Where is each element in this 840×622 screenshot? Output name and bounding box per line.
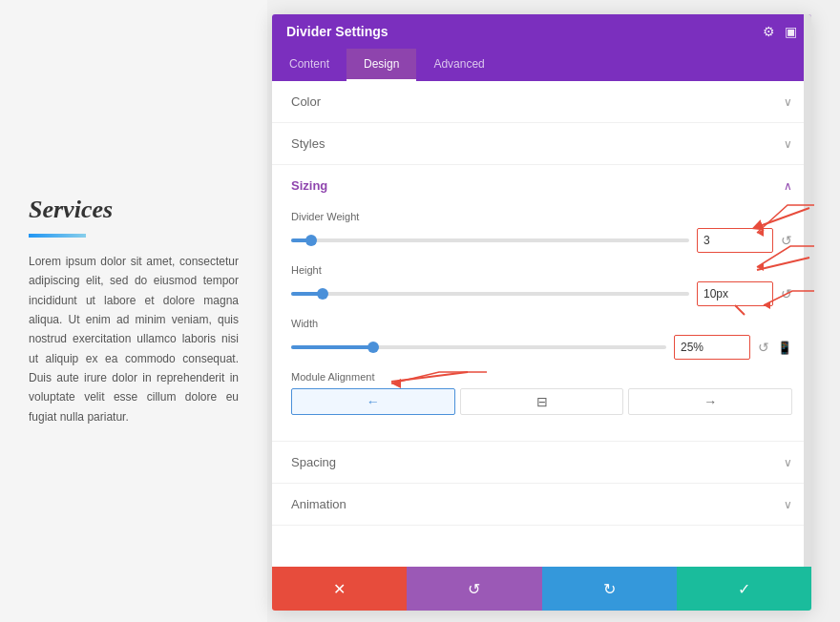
panel-title: Divider Settings [286, 24, 388, 39]
section-animation-label: Animation [291, 497, 346, 511]
section-sizing-label: Sizing [291, 178, 327, 193]
section-color-label: Color [291, 94, 321, 109]
services-body-text: Lorem ipsum dolor sit amet, consectetur … [29, 252, 239, 427]
services-title: Services [29, 196, 239, 224]
services-divider [29, 234, 86, 238]
width-slider[interactable] [291, 345, 666, 349]
panel-footer: ✕ ↺ ↻ ✓ [272, 567, 811, 611]
section-styles-label: Styles [291, 136, 325, 151]
width-device-icon[interactable]: 📱 [777, 341, 792, 355]
height-reset[interactable]: ↺ [781, 287, 792, 301]
align-left-button[interactable]: ← [291, 388, 455, 415]
section-spacing-header[interactable]: Spacing ∨ [272, 442, 811, 483]
section-color: Color ∨ [272, 81, 811, 123]
section-styles-header[interactable]: Styles ∨ [272, 123, 811, 164]
redo-button[interactable]: ↻ [542, 567, 677, 611]
field-height-label: Height [291, 264, 792, 276]
align-right-button[interactable]: → [628, 388, 792, 415]
field-width: Width ↺ 📱 [291, 318, 792, 360]
section-styles: Styles ∨ [272, 123, 811, 165]
divider-weight-input[interactable] [697, 228, 773, 253]
section-sizing-content: Divider Weight ↺ Height [272, 206, 811, 441]
alignment-buttons: ← ⊟ → [291, 388, 792, 415]
field-divider-weight-controls: ↺ [291, 228, 792, 253]
width-input[interactable] [674, 335, 750, 360]
cancel-button[interactable]: ✕ [272, 567, 407, 611]
section-sizing: Sizing ∧ Divider Weight ↺ [272, 165, 811, 442]
panel-scrollbar[interactable] [804, 14, 811, 567]
field-width-label: Width [291, 318, 792, 329]
field-divider-weight-label: Divider Weight [291, 211, 792, 222]
expand-icon[interactable]: ▣ [785, 24, 797, 39]
section-animation-header[interactable]: Animation ∨ [272, 484, 811, 525]
save-button[interactable]: ✓ [677, 567, 811, 611]
section-color-chevron: ∨ [784, 95, 792, 109]
field-module-alignment-controls: ← ⊟ → [291, 388, 792, 415]
section-spacing: Spacing ∨ [272, 442, 811, 484]
height-slider[interactable] [291, 292, 689, 296]
section-spacing-label: Spacing [291, 455, 336, 469]
section-spacing-chevron: ∨ [784, 456, 792, 469]
panel-body: Color ∨ Styles ∨ Sizing ∧ Divider Weight [272, 81, 811, 567]
field-height: Height ↺ [291, 264, 792, 306]
field-width-controls: ↺ 📱 [291, 335, 792, 360]
field-height-controls: ↺ [291, 281, 792, 306]
panel-header-icons: ⚙ ▣ [763, 24, 797, 39]
panel-tabs: Content Design Advanced [272, 49, 811, 81]
settings-icon[interactable]: ⚙ [763, 24, 775, 39]
section-sizing-chevron: ∧ [784, 179, 792, 193]
divider-settings-panel: Divider Settings ⚙ ▣ Content Design Adva… [272, 14, 811, 611]
panel-header: Divider Settings ⚙ ▣ [272, 14, 811, 49]
section-animation-chevron: ∨ [784, 498, 792, 511]
divider-weight-slider[interactable] [291, 238, 689, 242]
section-sizing-header[interactable]: Sizing ∧ [272, 165, 811, 206]
section-color-header[interactable]: Color ∨ [272, 81, 811, 122]
height-input[interactable] [697, 281, 773, 306]
section-animation: Animation ∨ [272, 484, 811, 526]
tab-content[interactable]: Content [272, 49, 346, 81]
width-reset[interactable]: ↺ [758, 341, 769, 354]
tab-design[interactable]: Design [346, 49, 416, 81]
section-styles-chevron: ∨ [784, 137, 792, 151]
align-center-button[interactable]: ⊟ [460, 388, 624, 415]
field-divider-weight: Divider Weight ↺ [291, 211, 792, 253]
undo-button[interactable]: ↺ [407, 567, 541, 611]
left-content-area: Services Lorem ipsum dolor sit amet, con… [0, 0, 267, 622]
field-module-alignment-label: Module Alignment [291, 371, 792, 383]
tab-advanced[interactable]: Advanced [416, 49, 501, 81]
field-module-alignment: Module Alignment ← ⊟ → [291, 371, 792, 415]
divider-weight-reset[interactable]: ↺ [781, 234, 792, 247]
